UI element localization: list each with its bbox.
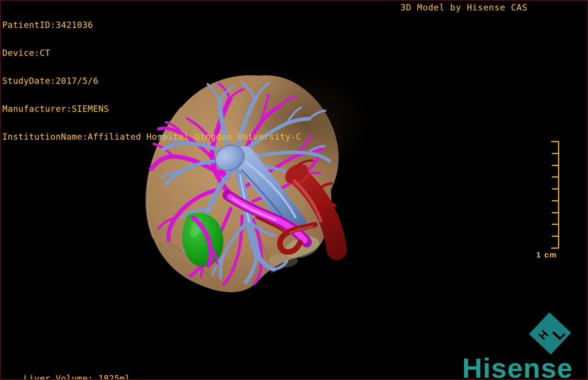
manufacturer-line: Manufacturer:SIEMENS: [2, 104, 301, 114]
patient-id-line: PatientID:3421036: [2, 20, 301, 30]
scale-bar-label: 1 cm: [536, 250, 557, 259]
watermark-title: 3D Model by Hisense CAS: [400, 3, 528, 12]
patient-info: PatientID:3421036 Device:CT StudyDate:20…: [2, 2, 301, 160]
viewer-window: 1 cm H L PatientID:3421036 Device:CT Stu…: [0, 0, 588, 380]
liver-volume-readout: Liver Volume:1825ml: [2, 364, 130, 380]
liver-volume-label: Liver Volume:: [23, 374, 93, 380]
institution-line: InstitutionName:Affiliated Hospital Qing…: [2, 132, 301, 142]
cas-diamond-logo: H L: [529, 312, 571, 355]
device-line: Device:CT: [2, 48, 301, 58]
hisense-wordmark: Hisense: [462, 352, 573, 380]
liver-volume-value: 1825ml: [98, 374, 130, 380]
study-date-line: StudyDate:2017/5/6: [2, 76, 301, 86]
scale-bar: 1 cm: [536, 142, 559, 259]
